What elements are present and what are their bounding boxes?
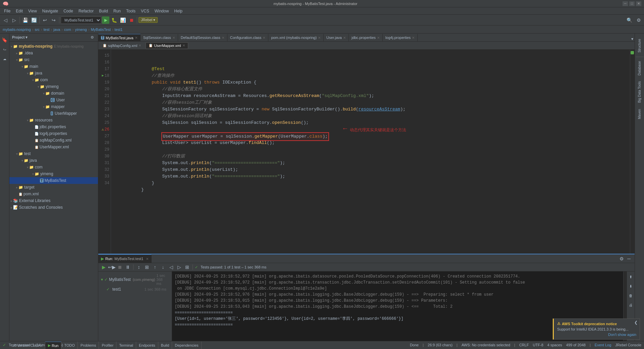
expand-all-button[interactable]: ⊞ bbox=[184, 264, 191, 270]
tab-defaultsqlsession[interactable]: DefaultSqlSession.class ✕ bbox=[178, 34, 227, 41]
tree-item-test-java[interactable]: ▾ 📁 java bbox=[9, 157, 98, 164]
run-bottom-button[interactable]: ▶ Run bbox=[45, 342, 61, 349]
close-button[interactable]: ✕ bbox=[636, 1, 641, 6]
stop-button[interactable]: ⏹ bbox=[127, 16, 136, 24]
settings-button[interactable]: ⚙ bbox=[635, 16, 643, 24]
undo-button[interactable]: ↩ bbox=[41, 16, 49, 24]
export-button[interactable]: ↓ bbox=[160, 264, 166, 270]
bottom-settings-button[interactable]: ⚙ bbox=[619, 256, 625, 262]
run-item-suite[interactable]: ▾ ✓ MyBatisTest (com.yimeng) 1 sec 368 m… bbox=[98, 273, 172, 286]
nav-part-project[interactable]: mybatis-nospring bbox=[3, 28, 31, 32]
aws-panel-button[interactable]: ☁ bbox=[1, 55, 8, 62]
rerun-failed-button[interactable]: ↩▶ bbox=[108, 264, 115, 270]
profiler-button[interactable]: Profiler bbox=[99, 342, 116, 349]
tab-close-pom[interactable]: ✕ bbox=[318, 36, 321, 40]
tab-close-jdbc[interactable]: ✕ bbox=[377, 36, 380, 40]
tab-sqlsession[interactable]: SqlSession.class ✕ bbox=[141, 34, 178, 41]
tree-item-jdbc-prop[interactable]: ▸ 📄 jdbc.properties bbox=[9, 123, 98, 130]
todo-button[interactable]: TODO bbox=[61, 342, 78, 349]
nav-part-java[interactable]: java bbox=[53, 28, 60, 32]
previous-fail-button[interactable]: ◁ bbox=[168, 264, 174, 270]
nav-part-yimeng[interactable]: yimeng bbox=[75, 28, 87, 32]
tab-configuration[interactable]: Configuration.class ✕ bbox=[227, 34, 269, 41]
next-fail-button[interactable]: ▷ bbox=[176, 264, 182, 270]
line-sep[interactable]: CRLF bbox=[519, 343, 529, 347]
jrebel-console[interactable]: JRebel Console bbox=[615, 343, 641, 347]
tree-item-yimeng[interactable]: ▾ 📁 yimeng bbox=[9, 83, 98, 90]
tree-item-pom[interactable]: ▸ 📋 pom.xml bbox=[9, 191, 98, 197]
terminal-button[interactable]: Terminal bbox=[116, 342, 136, 349]
event-log[interactable]: Event Log bbox=[595, 343, 611, 347]
tab-close-mybatistest[interactable]: ✕ bbox=[135, 36, 138, 40]
nav-part-test[interactable]: test bbox=[44, 28, 50, 32]
back-button[interactable]: ◁ bbox=[1, 16, 9, 24]
structure-panel-button[interactable]: Structure bbox=[636, 36, 643, 55]
jrebel-badge[interactable]: JRebel ▾ bbox=[139, 17, 158, 23]
menu-item-run[interactable]: Run bbox=[111, 8, 123, 14]
rerun-button[interactable]: ▶ bbox=[100, 264, 107, 270]
tab-close-configuration[interactable]: ✕ bbox=[263, 36, 265, 40]
run-print-button[interactable]: 🖨 bbox=[627, 301, 635, 309]
tab2-close-usermapper[interactable]: ✕ bbox=[182, 44, 185, 47]
tab-close-defaultsqlsession[interactable]: ✕ bbox=[222, 36, 224, 40]
bigdata-panel-button[interactable]: Big Data Tools bbox=[636, 79, 643, 105]
filter-button[interactable]: ⊞ bbox=[144, 264, 150, 270]
maximize-button[interactable]: □ bbox=[629, 1, 635, 6]
project-settings-button[interactable]: ⚙ bbox=[89, 35, 95, 41]
tab-user[interactable]: User.java ✕ bbox=[324, 34, 349, 41]
tree-item-domain[interactable]: ▾ 📁 domain bbox=[9, 90, 98, 97]
tab-close-sqlsession[interactable]: ✕ bbox=[172, 36, 175, 40]
run-config-selector[interactable]: MyBatisTest.test1 bbox=[61, 16, 101, 24]
tree-item-test-yimeng[interactable]: ▾ 📁 yimeng bbox=[9, 170, 98, 177]
search-everywhere-button[interactable]: 🔍 bbox=[625, 16, 633, 24]
sort-button[interactable]: ↕ bbox=[136, 264, 142, 270]
indent[interactable]: 4 spaces bbox=[547, 343, 562, 347]
run-item-test1[interactable]: ✓ test1 1 sec 368 ms bbox=[98, 286, 172, 292]
tree-item-main-java[interactable]: ▾ 📁 java bbox=[9, 70, 98, 77]
run-scroll-bottom-button[interactable]: ⬇ bbox=[627, 282, 635, 290]
tab2-sqlmapconfig[interactable]: 📋 sqlMapConfig.xml ✕ bbox=[100, 42, 144, 49]
bottom-minimize-button[interactable]: ─ bbox=[626, 256, 632, 262]
menu-item-help[interactable]: Help bbox=[171, 8, 185, 14]
code-content[interactable]: @Test //查询操作 public void test1() throws … bbox=[111, 50, 630, 254]
dont-show-again-link[interactable]: Don't show again bbox=[608, 333, 636, 337]
menu-item-refactor[interactable]: Refactor bbox=[76, 8, 96, 14]
notification-collapse-button[interactable]: ❮ bbox=[634, 320, 638, 325]
tab2-usermapper[interactable]: 📋 UserMapper.xml ✕ bbox=[146, 42, 188, 49]
sync-button[interactable]: 🔄 bbox=[30, 16, 38, 24]
pause-button[interactable]: ⏸ bbox=[124, 264, 131, 270]
menu-item-code[interactable]: Code bbox=[61, 8, 76, 14]
nav-part-src[interactable]: src bbox=[35, 28, 40, 32]
tab-mybatistest[interactable]: T MyBatisTest.java ✕ bbox=[98, 34, 141, 41]
problems-button[interactable]: Problems bbox=[78, 342, 99, 349]
tree-item-target[interactable]: ▸ 📁 target bbox=[9, 184, 98, 191]
tree-item-main[interactable]: ▾ 📁 main bbox=[9, 63, 98, 70]
menu-item-view[interactable]: View bbox=[25, 8, 40, 14]
code-editor[interactable]: 15 16 17 ▶18 19 20 21 22 23 24 25 ⚠26 27… bbox=[98, 50, 635, 254]
menu-item-build[interactable]: Build bbox=[96, 8, 111, 14]
save-all-button[interactable]: 💾 bbox=[21, 16, 29, 24]
run-coverage-button[interactable]: 📊 bbox=[119, 16, 127, 24]
jrebel-panel-button[interactable]: J bbox=[1, 46, 8, 53]
tree-item-sqlmapconfig-xml[interactable]: ▸ 📋 sqlMapConfig.xml bbox=[9, 137, 98, 144]
tree-item-root[interactable]: ▾ 📁 mybatis-nospring E:\mybatis-nospring bbox=[9, 43, 98, 50]
stop-run-button[interactable]: ⏹ bbox=[116, 264, 123, 270]
tree-item-usermapper-java[interactable]: ▸ I UserMapper bbox=[9, 110, 98, 117]
nav-part-class[interactable]: MyBatisTest bbox=[91, 28, 111, 32]
redo-button[interactable]: ↪ bbox=[50, 16, 58, 24]
tree-item-user-java[interactable]: ▸ C User bbox=[9, 97, 98, 103]
menu-item-edit[interactable]: Edit bbox=[13, 8, 25, 14]
encoding[interactable]: UTF-8 bbox=[533, 343, 543, 347]
tree-item-mybatistest[interactable]: ▸ T MyBatisTest bbox=[9, 177, 98, 184]
run-tab[interactable]: ▶ Run: MyBatisTest.test1 ✕ bbox=[98, 254, 152, 263]
build-button[interactable]: Build bbox=[158, 342, 172, 349]
tree-item-resources[interactable]: ▾ 📁 resources bbox=[9, 117, 98, 123]
tree-item-src[interactable]: ▾ 📁 src bbox=[9, 56, 98, 63]
run-tab-close[interactable]: ✕ bbox=[146, 257, 149, 261]
run-button[interactable]: ▶ bbox=[102, 16, 109, 24]
minimize-button[interactable]: ─ bbox=[623, 1, 628, 6]
tab2-close-sqlmapconfig[interactable]: ✕ bbox=[139, 44, 141, 47]
bookmarks-panel-button[interactable]: 🔖 bbox=[1, 36, 8, 44]
tree-item-test[interactable]: ▾ 📁 test bbox=[9, 150, 98, 157]
tree-item-usermapper-xml[interactable]: ▸ 📋 UserMapper.xml bbox=[9, 144, 98, 150]
